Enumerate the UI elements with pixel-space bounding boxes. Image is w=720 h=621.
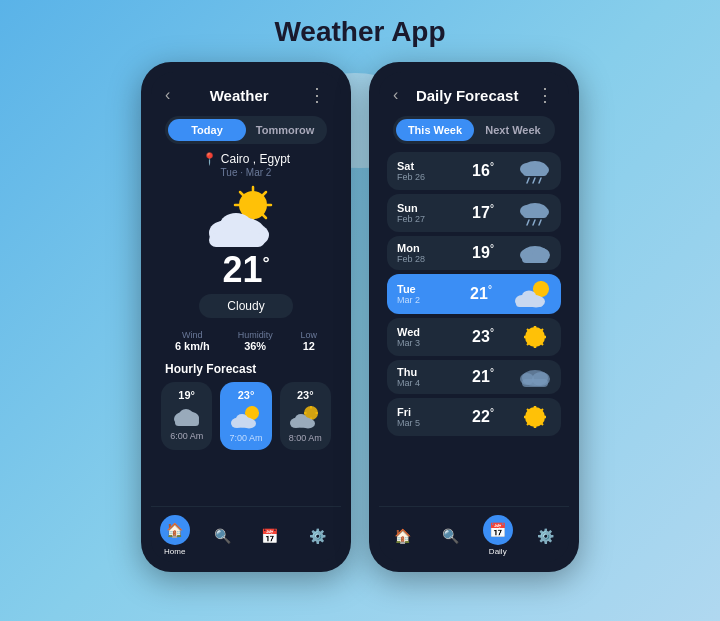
humidity-label: Humidity bbox=[238, 330, 273, 340]
sat-weather-icon bbox=[519, 158, 551, 184]
date-text: Tue · Mar 2 bbox=[151, 167, 341, 178]
svg-rect-17 bbox=[209, 233, 265, 247]
sat-day-info: Sat Feb 26 bbox=[397, 160, 447, 182]
low-label: Low bbox=[301, 330, 318, 340]
left-header-title: Weather bbox=[210, 87, 269, 104]
wed-day: Wed bbox=[397, 326, 447, 338]
wind-label: Wind bbox=[175, 330, 210, 340]
tue-weather-icon bbox=[515, 280, 551, 308]
svg-line-89 bbox=[527, 409, 529, 411]
nav-calendar[interactable]: 📅 bbox=[255, 521, 285, 551]
forecast-row-sat[interactable]: Sat Feb 26 16° bbox=[387, 152, 561, 190]
nav-home-label: Home bbox=[164, 547, 185, 556]
sun-day-info: Sun Feb 27 bbox=[397, 202, 447, 224]
sun-weather-icon bbox=[519, 200, 551, 226]
tab-tomorrow[interactable]: Tommorow bbox=[246, 119, 324, 141]
hourly-title: Hourly Forecast bbox=[151, 358, 341, 382]
low-stat: Low 12 bbox=[301, 330, 318, 352]
sat-date: Feb 26 bbox=[397, 172, 447, 182]
right-phone: ‹ Daily Forecast ⋮ This Week Next Week S… bbox=[369, 62, 579, 572]
thu-day: Thu bbox=[397, 366, 447, 378]
tab-this-week[interactable]: This Week bbox=[396, 119, 474, 141]
right-tab-row: This Week Next Week bbox=[393, 116, 555, 144]
hour-time-7am: 7:00 Am bbox=[229, 433, 262, 443]
right-more-button[interactable]: ⋮ bbox=[536, 84, 555, 106]
hourly-row: 19° 6:00 Am 23° bbox=[151, 382, 341, 458]
humidity-stat: Humidity 36% bbox=[238, 330, 273, 352]
sun-temp: 17° bbox=[472, 203, 494, 222]
thu-temp: 21° bbox=[472, 367, 494, 386]
wind-value: 6 km/h bbox=[175, 340, 210, 352]
svg-rect-32 bbox=[232, 422, 254, 428]
mon-weather-icon bbox=[519, 242, 551, 264]
hour-time-8am: 8:00 Am bbox=[289, 433, 322, 443]
sat-temp: 16° bbox=[472, 161, 494, 180]
right-home-icon: 🏠 bbox=[388, 521, 418, 551]
svg-line-78 bbox=[541, 329, 543, 331]
hour-icon-7am bbox=[230, 405, 262, 429]
wed-weather-icon bbox=[519, 324, 551, 350]
forecast-row-fri[interactable]: Fri Mar 5 22° bbox=[387, 398, 561, 436]
mon-day-info: Mon Feb 28 bbox=[397, 242, 447, 264]
hour-card-6am[interactable]: 19° 6:00 Am bbox=[161, 382, 212, 450]
left-header: ‹ Weather ⋮ bbox=[151, 72, 341, 112]
back-button[interactable]: ‹ bbox=[165, 86, 170, 104]
nav-search[interactable]: 🔍 bbox=[207, 521, 237, 551]
nav-settings[interactable]: ⚙️ bbox=[302, 521, 332, 551]
settings-icon: ⚙️ bbox=[302, 521, 332, 551]
right-back-button[interactable]: ‹ bbox=[393, 86, 398, 104]
right-nav-daily[interactable]: 📅 Daily bbox=[483, 515, 513, 556]
mon-date: Feb 28 bbox=[397, 254, 447, 264]
right-nav-search[interactable]: 🔍 bbox=[435, 521, 465, 551]
right-daily-icon: 📅 bbox=[483, 515, 513, 545]
svg-rect-70 bbox=[516, 300, 543, 307]
svg-line-56 bbox=[539, 220, 541, 225]
svg-line-11 bbox=[263, 192, 266, 195]
forecast-row-tue[interactable]: Tue Mar 2 21° bbox=[387, 274, 561, 314]
right-nav-settings[interactable]: ⚙️ bbox=[530, 521, 560, 551]
location-pin-icon: 📍 bbox=[202, 152, 217, 166]
svg-line-92 bbox=[527, 423, 529, 425]
forecast-row-wed[interactable]: Wed Mar 3 23° bbox=[387, 318, 561, 356]
fri-date: Mar 5 bbox=[397, 418, 447, 428]
forecast-row-sun[interactable]: Sun Feb 27 17° bbox=[387, 194, 561, 232]
hour-card-8am[interactable]: 23° 8:00 Am bbox=[280, 382, 331, 450]
svg-rect-60 bbox=[522, 255, 548, 263]
svg-rect-22 bbox=[175, 419, 199, 426]
left-bottom-nav: 🏠 Home 🔍 📅 ⚙️ bbox=[151, 506, 341, 562]
tab-today[interactable]: Today bbox=[168, 119, 246, 141]
tab-next-week[interactable]: Next Week bbox=[474, 119, 552, 141]
svg-line-91 bbox=[541, 409, 543, 411]
svg-rect-53 bbox=[523, 211, 547, 218]
sat-day: Sat bbox=[397, 160, 447, 172]
fri-temp: 22° bbox=[472, 407, 494, 426]
tue-temp: 21° bbox=[470, 284, 492, 303]
forecast-row-mon[interactable]: Mon Feb 28 19° bbox=[387, 236, 561, 270]
svg-line-49 bbox=[539, 178, 541, 183]
humidity-value: 36% bbox=[238, 340, 273, 352]
svg-line-54 bbox=[527, 220, 529, 225]
right-search-icon: 🔍 bbox=[435, 521, 465, 551]
right-nav-home[interactable]: 🏠 bbox=[388, 521, 418, 551]
right-settings-icon: ⚙️ bbox=[530, 521, 560, 551]
hour-card-7am[interactable]: 23° 7:00 Am bbox=[220, 382, 271, 450]
more-button[interactable]: ⋮ bbox=[308, 84, 327, 106]
left-tab-row: Today Tommorow bbox=[165, 116, 327, 144]
location-text: Cairo , Egypt bbox=[221, 152, 290, 166]
forecast-row-thu[interactable]: Thu Mar 4 21° bbox=[387, 360, 561, 394]
svg-line-90 bbox=[541, 423, 543, 425]
right-nav-daily-label: Daily bbox=[489, 547, 507, 556]
weather-description: Cloudy bbox=[199, 294, 292, 318]
tue-date: Mar 2 bbox=[397, 295, 447, 305]
hour-time-6am: 6:00 Am bbox=[170, 431, 203, 441]
right-header-title: Daily Forecast bbox=[416, 87, 519, 104]
stats-row: Wind 6 km/h Humidity 36% Low 12 bbox=[151, 324, 341, 358]
svg-line-9 bbox=[240, 192, 243, 195]
svg-rect-42 bbox=[291, 422, 313, 428]
right-header: ‹ Daily Forecast ⋮ bbox=[379, 72, 569, 112]
svg-point-69 bbox=[522, 291, 536, 302]
sun-day: Sun bbox=[397, 202, 447, 214]
nav-home[interactable]: 🏠 Home bbox=[160, 515, 190, 556]
right-bottom-nav: 🏠 🔍 📅 Daily ⚙️ bbox=[379, 506, 569, 562]
hour-icon-8am bbox=[289, 405, 321, 429]
